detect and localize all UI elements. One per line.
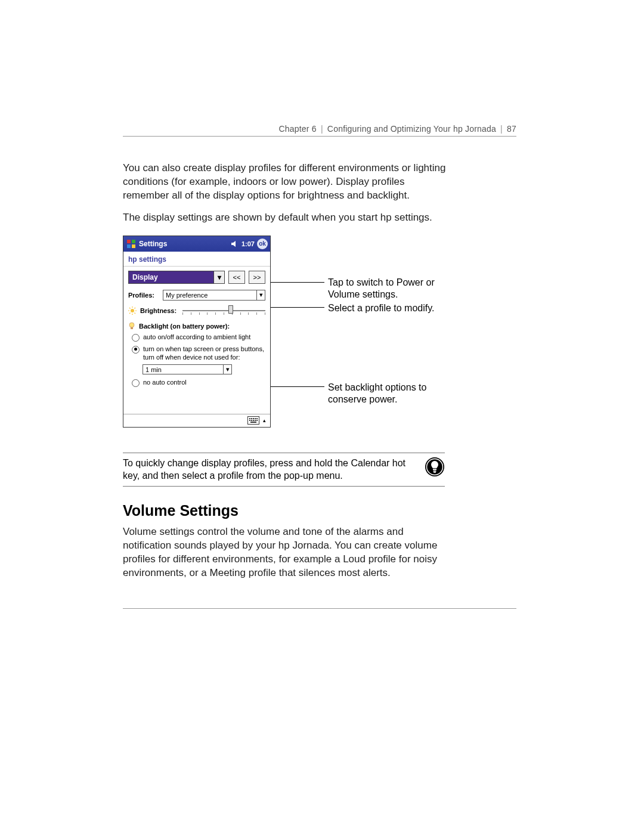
profiles-label: Profiles: — [128, 292, 159, 299]
profile-value: My preference — [166, 292, 208, 299]
svg-rect-3 — [132, 244, 135, 248]
svg-rect-0 — [127, 240, 131, 243]
svg-rect-2 — [127, 244, 131, 248]
svg-marker-4 — [231, 241, 236, 247]
mode-dropdown-value: Display — [132, 273, 158, 281]
radio-label-2: turn on when tap screen or press buttons… — [143, 345, 265, 362]
brightness-slider[interactable] — [182, 305, 265, 316]
callout-line — [271, 307, 324, 308]
svg-rect-20 — [255, 418, 256, 419]
titlebar: Settings 1:07 ok — [123, 236, 270, 252]
callout-2: Select a profile to modify. — [328, 302, 441, 314]
radio-label-1: auto on/off according to ambient light — [143, 333, 250, 342]
svg-rect-17 — [249, 418, 250, 419]
pocketpc-screenshot: Settings 1:07 ok hp settings Display ▾ <… — [123, 236, 271, 428]
timeout-dropdown[interactable]: 1 min ▾ — [143, 364, 232, 374]
footer-rule — [123, 608, 516, 609]
svg-rect-23 — [251, 420, 252, 421]
brightness-label: Brightness: — [140, 307, 177, 314]
chevron-down-icon: ▾ — [213, 271, 224, 283]
svg-rect-24 — [253, 420, 254, 421]
tip-text: To quickly change display profiles, pres… — [123, 457, 416, 482]
ok-button[interactable]: ok — [257, 239, 268, 249]
chevron-down-icon: ▾ — [223, 365, 231, 374]
svg-rect-21 — [256, 418, 258, 419]
bottom-bar: ▴ — [123, 414, 270, 427]
tip-block: To quickly change display profiles, pres… — [123, 453, 445, 487]
svg-rect-18 — [251, 418, 252, 419]
radio-auto-ambient[interactable] — [132, 334, 140, 342]
svg-line-11 — [135, 312, 136, 314]
svg-line-12 — [129, 312, 131, 314]
svg-rect-15 — [131, 327, 133, 329]
callout-1: Tap to switch to Power or Volume setting… — [328, 277, 441, 301]
svg-rect-30 — [433, 469, 436, 470]
titlebar-title: Settings — [139, 240, 167, 248]
timeout-value: 1 min — [145, 366, 162, 373]
screenshot-figure: Settings 1:07 ok hp settings Display ▾ <… — [123, 236, 516, 431]
page-number: 87 — [507, 124, 516, 134]
callout-3: Set backlight options to conserve power. — [328, 382, 441, 405]
radio-label-3: no auto control — [143, 379, 187, 387]
bulb-icon — [128, 322, 135, 330]
sun-icon — [128, 306, 137, 315]
svg-line-13 — [135, 308, 136, 309]
backlight-heading: Backlight (on battery power): — [139, 323, 230, 330]
up-caret-icon[interactable]: ▴ — [261, 416, 268, 425]
chapter-label: Chapter 6 — [279, 124, 317, 134]
clock-time: 1:07 — [242, 240, 255, 247]
next-button[interactable]: >> — [249, 271, 265, 284]
chapter-title: Configuring and Optimizing Your hp Jorna… — [327, 124, 496, 134]
svg-rect-26 — [256, 420, 258, 421]
svg-line-10 — [129, 308, 131, 309]
svg-point-14 — [129, 323, 134, 327]
volume-icon[interactable] — [231, 240, 239, 247]
radio-tap-timeout[interactable] — [132, 346, 140, 354]
app-subheading: hp settings — [123, 252, 270, 267]
page-header: Chapter 6 | Configuring and Optimizing Y… — [123, 124, 516, 137]
keyboard-icon[interactable] — [247, 416, 259, 425]
callout-line — [271, 282, 324, 283]
svg-rect-22 — [249, 420, 250, 421]
svg-point-5 — [131, 309, 134, 312]
svg-rect-25 — [255, 420, 256, 421]
body-paragraph-2: The display settings are shown by defaul… — [123, 211, 448, 225]
svg-rect-31 — [434, 470, 436, 472]
body-paragraph-1: You can also create display profiles for… — [123, 162, 448, 203]
svg-rect-32 — [434, 472, 436, 473]
section-heading: Volume Settings — [123, 502, 516, 519]
svg-rect-1 — [132, 240, 135, 243]
profile-dropdown[interactable]: My preference ▾ — [163, 290, 265, 301]
svg-rect-27 — [250, 422, 256, 423]
chevron-down-icon: ▾ — [256, 290, 265, 300]
separator: | — [319, 124, 325, 134]
svg-rect-19 — [253, 418, 254, 419]
separator: | — [499, 124, 504, 134]
prev-button[interactable]: << — [228, 271, 245, 284]
slider-thumb[interactable] — [228, 305, 233, 314]
windows-logo-icon[interactable] — [126, 239, 137, 249]
callout-line — [271, 386, 324, 387]
lightbulb-tip-icon — [425, 457, 445, 477]
radio-no-auto[interactable] — [132, 379, 140, 387]
volume-paragraph: Volume settings control the volume and t… — [123, 525, 448, 580]
mode-dropdown[interactable]: Display ▾ — [128, 271, 225, 284]
